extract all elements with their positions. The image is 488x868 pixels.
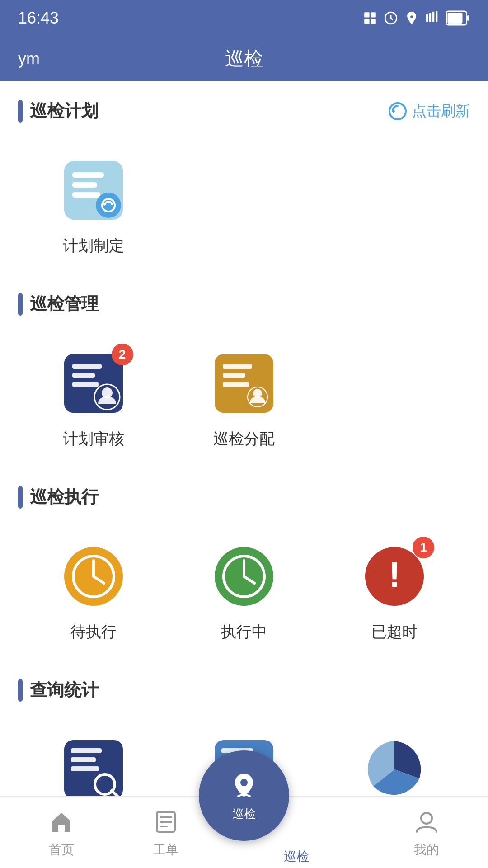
plan-review-badge: 2 bbox=[112, 344, 133, 365]
patrol-center-icon bbox=[228, 770, 260, 802]
patrol-query-icon-wrapper bbox=[57, 733, 130, 806]
plan-review-label: 计划审核 bbox=[63, 429, 124, 449]
svg-rect-6 bbox=[429, 13, 431, 22]
section-title-stats: 查询统计 bbox=[18, 679, 99, 702]
svg-rect-29 bbox=[223, 373, 245, 378]
mine-icon bbox=[411, 806, 442, 838]
mgmt-grid: 2 计划审核 bbox=[18, 334, 470, 463]
svg-rect-46 bbox=[71, 766, 99, 771]
section-header-exec: 巡检执行 bbox=[18, 486, 470, 509]
section-header-stats: 查询统计 bbox=[18, 679, 470, 702]
section-indicator-exec bbox=[18, 486, 23, 509]
status-time: 16:43 bbox=[18, 9, 59, 28]
svg-rect-23 bbox=[72, 373, 95, 378]
patrol-assign-label: 巡检分配 bbox=[213, 429, 275, 449]
svg-point-64 bbox=[421, 813, 432, 824]
overdue-icon-wrapper: 1 ! bbox=[358, 540, 431, 613]
section-header-plan: 巡检计划 点击刷新 bbox=[18, 99, 470, 123]
plan-setup-item[interactable]: 计划制定 bbox=[18, 141, 169, 270]
patrol-query-icon bbox=[60, 736, 127, 803]
patrol-assign-item[interactable]: 巡检分配 bbox=[169, 334, 319, 463]
overdue-label: 已超时 bbox=[371, 622, 418, 642]
overdue-item[interactable]: 1 ! 已超时 bbox=[319, 527, 470, 656]
svg-rect-15 bbox=[72, 172, 104, 178]
svg-rect-22 bbox=[72, 364, 102, 369]
svg-rect-44 bbox=[71, 748, 102, 753]
plan-review-item[interactable]: 2 计划审核 bbox=[18, 334, 169, 463]
plan-grid: 计划制定 bbox=[18, 141, 470, 270]
svg-rect-30 bbox=[223, 382, 249, 387]
svg-rect-8 bbox=[436, 11, 437, 22]
workload-stats-icon bbox=[361, 736, 428, 803]
svg-rect-5 bbox=[426, 14, 428, 22]
workload-stats-icon-wrapper bbox=[358, 733, 431, 806]
pending-item[interactable]: 待执行 bbox=[18, 527, 169, 656]
svg-rect-24 bbox=[72, 382, 99, 387]
main-content: 巡检计划 点击刷新 bbox=[0, 81, 488, 868]
in-progress-icon-wrapper bbox=[208, 540, 280, 613]
svg-point-18 bbox=[96, 193, 121, 218]
nav-workorder-label: 工单 bbox=[153, 841, 178, 859]
patrol-center-fab[interactable]: 巡检 bbox=[199, 750, 289, 841]
pending-icon-wrapper bbox=[57, 540, 130, 613]
section-indicator-mgmt bbox=[18, 293, 23, 316]
plan-setup-label: 计划制定 bbox=[63, 236, 124, 256]
svg-rect-45 bbox=[71, 757, 96, 762]
nav-patrol-label: 巡检 bbox=[284, 848, 309, 865]
nav-mine-label: 我的 bbox=[414, 841, 439, 859]
section-indicator bbox=[18, 100, 23, 123]
user-name: ym bbox=[18, 49, 40, 68]
exec-grid: 待执行 执行中 1 bbox=[18, 527, 470, 656]
svg-rect-17 bbox=[72, 192, 100, 198]
in-progress-icon bbox=[210, 542, 278, 610]
svg-rect-7 bbox=[432, 12, 434, 22]
plan-review-icon-wrapper: 2 bbox=[57, 347, 130, 420]
plan-setup-icon bbox=[60, 156, 127, 224]
home-icon bbox=[46, 806, 77, 838]
refresh-button[interactable]: 点击刷新 bbox=[388, 101, 470, 121]
pending-icon bbox=[60, 542, 127, 610]
patrol-center-label: 巡检 bbox=[232, 806, 256, 822]
status-icons bbox=[362, 10, 470, 26]
in-progress-item[interactable]: 执行中 bbox=[169, 527, 319, 656]
section-header-mgmt: 巡检管理 bbox=[18, 292, 470, 316]
workorder-icon bbox=[150, 806, 182, 838]
patrol-assign-icon bbox=[210, 349, 278, 417]
status-bar: 16:43 bbox=[0, 0, 488, 36]
nav-home[interactable]: 首页 bbox=[9, 806, 113, 859]
svg-marker-13 bbox=[393, 109, 395, 113]
svg-text:!: ! bbox=[389, 554, 401, 594]
in-progress-label: 执行中 bbox=[221, 622, 267, 642]
svg-rect-3 bbox=[371, 19, 375, 24]
svg-rect-28 bbox=[223, 364, 252, 369]
app-header: ym 巡检 bbox=[0, 36, 488, 81]
svg-rect-11 bbox=[467, 15, 469, 21]
section-title-mgmt: 巡检管理 bbox=[18, 292, 99, 316]
nav-home-label: 首页 bbox=[49, 841, 74, 859]
page-title: 巡检 bbox=[225, 46, 263, 71]
section-patrol-plan: 巡检计划 点击刷新 bbox=[18, 99, 470, 270]
section-patrol-exec: 巡检执行 待执行 bbox=[18, 486, 470, 656]
patrol-assign-icon-wrapper bbox=[208, 347, 280, 420]
svg-rect-10 bbox=[448, 13, 463, 24]
svg-rect-0 bbox=[364, 12, 369, 17]
pending-label: 待执行 bbox=[70, 622, 117, 642]
svg-rect-16 bbox=[72, 182, 97, 188]
plan-setup-icon-wrapper bbox=[57, 154, 130, 226]
overdue-badge: 1 bbox=[413, 537, 434, 558]
svg-rect-2 bbox=[364, 19, 369, 24]
section-patrol-mgmt: 巡检管理 2 计划审核 bbox=[18, 292, 470, 463]
nav-mine[interactable]: 我的 bbox=[375, 806, 479, 859]
section-title-exec: 巡检执行 bbox=[18, 486, 99, 509]
svg-point-58 bbox=[240, 779, 248, 786]
section-title-plan: 巡检计划 bbox=[18, 99, 99, 123]
section-indicator-stats bbox=[18, 679, 23, 702]
svg-rect-1 bbox=[371, 12, 375, 17]
svg-rect-59 bbox=[58, 825, 65, 832]
